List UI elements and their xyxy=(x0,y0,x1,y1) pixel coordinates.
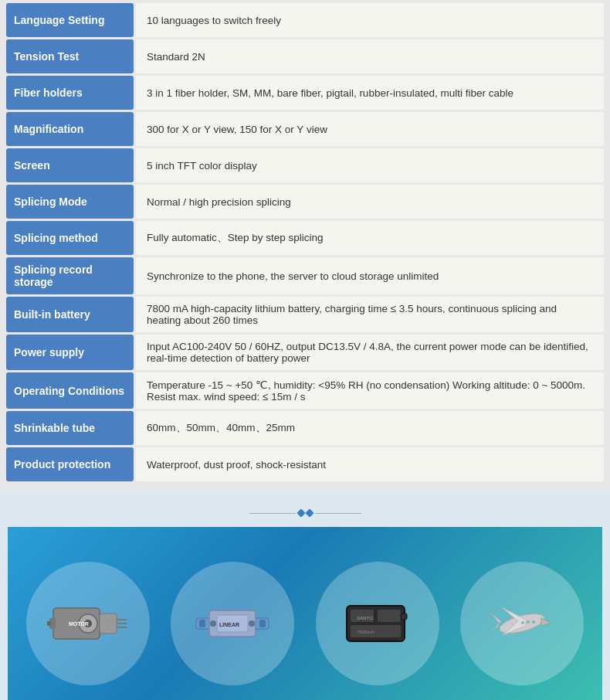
divider-dot2 xyxy=(305,508,313,517)
battery-icon: SANYO 7800mA xyxy=(335,581,420,666)
svg-marker-26 xyxy=(541,618,551,626)
svg-rect-16 xyxy=(259,620,266,627)
svg-text:MOTOR: MOTOR xyxy=(69,621,89,627)
spec-label: Operating Conditions xyxy=(6,372,134,409)
product-circle-guide: LINEAR xyxy=(171,562,294,685)
aviation-icon xyxy=(480,581,564,666)
core-section: MOTOR LINEAR SAN xyxy=(0,490,610,700)
divider-dot xyxy=(297,508,305,517)
divider-line-right xyxy=(315,513,361,514)
spec-row: Tension TestStandard 2N xyxy=(6,39,604,73)
spec-row: Splicing record storageSynchronize to th… xyxy=(6,257,604,294)
divider-line-left xyxy=(249,513,296,514)
spec-value: 300 for X or Y view, 150 for X or Y view xyxy=(136,112,604,146)
svg-point-30 xyxy=(527,620,530,624)
spec-label: Splicing method xyxy=(6,221,134,255)
spec-value: Normal / high precision splicing xyxy=(136,185,604,219)
spec-row: Operating ConditionsTemperature -15 ~ +5… xyxy=(6,372,604,409)
svg-rect-1 xyxy=(100,613,117,634)
specs-section: Language Setting10 languages to switch f… xyxy=(0,0,610,490)
spec-row: Shrinkable tube60mm、50mm、40mm、25mm xyxy=(6,411,604,445)
spec-label: Tension Test xyxy=(6,39,134,73)
spec-label: Screen xyxy=(6,148,134,182)
spec-label: Language Setting xyxy=(6,3,134,37)
spec-row: Splicing methodFully automatic、Step by s… xyxy=(6,221,604,255)
svg-rect-20 xyxy=(378,610,401,622)
svg-rect-22 xyxy=(401,613,407,620)
spec-value: 7800 mA high-capacity lithium battery, c… xyxy=(136,297,604,332)
svg-point-29 xyxy=(532,620,535,624)
svg-rect-15 xyxy=(199,620,205,627)
spec-value: Temperature -15 ~ +50 ℃, humidity: <95% … xyxy=(136,372,604,409)
spec-row: Screen5 inch TFT color display xyxy=(6,148,604,182)
spec-row: Magnification300 for X or Y view, 150 fo… xyxy=(6,112,604,146)
svg-text:7800mA: 7800mA xyxy=(357,630,374,634)
spec-value: Waterproof, dust proof, shock-resistant xyxy=(136,447,604,481)
spec-row: Splicing ModeNormal / high precision spl… xyxy=(6,185,604,219)
spec-label: Shrinkable tube xyxy=(6,411,134,445)
svg-text:LINEAR: LINEAR xyxy=(219,622,239,627)
spec-label: Product protection xyxy=(6,447,134,481)
product-circle-aviation xyxy=(460,562,584,685)
guide-icon: LINEAR xyxy=(190,581,275,666)
spec-value: Standard 2N xyxy=(136,39,604,73)
product-circle-motor: MOTOR xyxy=(26,562,150,685)
svg-point-31 xyxy=(521,621,524,624)
spec-value: Fully automatic、Step by step splicing xyxy=(136,221,604,255)
spec-value: 10 languages to switch freely xyxy=(136,3,604,37)
spec-value: 60mm、50mm、40mm、25mm xyxy=(136,411,604,445)
spec-value: Synchronize to the phone, the server to … xyxy=(136,257,604,294)
svg-text:SANYO: SANYO xyxy=(357,616,373,620)
svg-rect-5 xyxy=(47,621,51,626)
product-images-area: MOTOR LINEAR SAN xyxy=(8,527,602,700)
core-divider xyxy=(8,510,602,516)
spec-row: Power supplyInput AC100-240V 50 / 60HZ, … xyxy=(6,335,604,370)
motor-icon: MOTOR xyxy=(46,581,130,666)
spec-label: Splicing record storage xyxy=(6,257,134,294)
product-circle-battery: SANYO 7800mA xyxy=(316,562,439,685)
spec-label: Splicing Mode xyxy=(6,185,134,219)
spec-label: Power supply xyxy=(6,335,134,370)
spec-label: Magnification xyxy=(6,112,134,146)
spec-row: Language Setting10 languages to switch f… xyxy=(6,3,604,37)
spec-row: Product protectionWaterproof, dust proof… xyxy=(6,447,604,481)
spec-row: Fiber holders3 in 1 fiber holder, SM, MM… xyxy=(6,76,604,110)
spec-value: 3 in 1 fiber holder, SM, MM, bare fiber,… xyxy=(136,76,604,110)
svg-point-13 xyxy=(210,620,216,627)
spec-value: 5 inch TFT color display xyxy=(136,148,604,182)
svg-point-14 xyxy=(249,620,255,627)
spec-value: Input AC100-240V 50 / 60HZ, output DC13.… xyxy=(136,335,604,370)
spec-label: Fiber holders xyxy=(6,76,134,110)
spec-row: Built-in battery7800 mA high-capacity li… xyxy=(6,297,604,332)
spec-label: Built-in battery xyxy=(6,297,134,332)
